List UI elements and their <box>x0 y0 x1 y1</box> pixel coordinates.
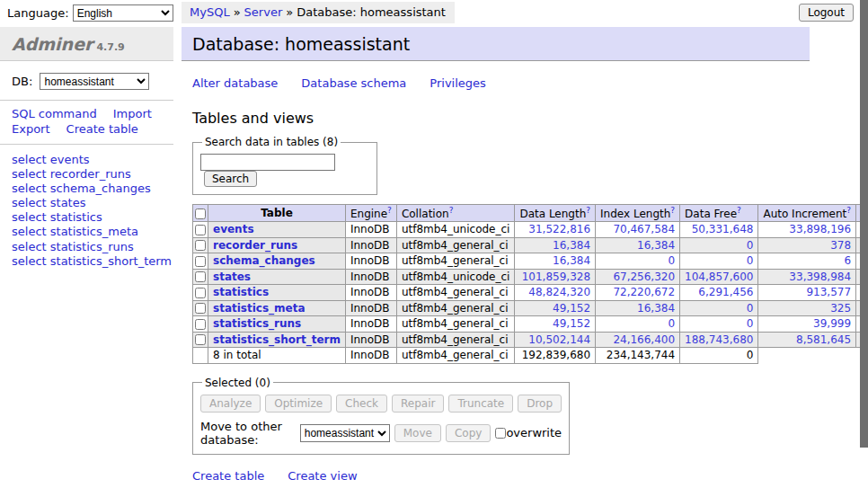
sidebar-select-link[interactable]: select <box>12 153 47 166</box>
help-icon[interactable]: ? <box>737 206 741 215</box>
auto-increment-cell[interactable]: 913,577 <box>758 285 856 301</box>
sidebar-table-link-recorder_runs[interactable]: recorder_runs <box>50 167 131 181</box>
data-free-cell[interactable]: 0 <box>680 316 758 333</box>
auto-increment-cell[interactable]: 8,581,645 <box>758 332 856 348</box>
help-icon[interactable]: ? <box>449 206 454 215</box>
database-nav-link-0[interactable]: Alter database <box>192 76 278 90</box>
auto-increment-cell[interactable]: 325 <box>758 300 856 316</box>
index-length-cell[interactable]: 67,256,320 <box>596 269 680 285</box>
row-checkbox-statistics_short_term[interactable] <box>195 334 206 345</box>
table-link-states[interactable]: states <box>213 271 251 283</box>
table-link-recorder_runs[interactable]: recorder_runs <box>213 239 297 252</box>
data-free-cell[interactable]: 104,857,600 <box>680 269 758 285</box>
tables-footer-link-0[interactable]: Create table <box>192 469 264 483</box>
language-select[interactable]: English <box>73 4 173 22</box>
row-checkbox-recorder_runs[interactable] <box>195 240 206 251</box>
sidebar-select-link[interactable]: select <box>12 225 47 238</box>
overwrite-checkbox[interactable] <box>495 428 506 439</box>
row-checkbox-statistics[interactable] <box>195 288 206 298</box>
analyze-button[interactable]: Analyze <box>200 395 261 413</box>
search-input[interactable] <box>200 154 335 171</box>
search-button[interactable]: Search <box>204 171 257 187</box>
tables-footer-link-1[interactable]: Create view <box>288 469 357 483</box>
auto-increment-cell[interactable]: 39,999 <box>758 316 856 333</box>
data-free-cell[interactable]: 0 <box>680 300 758 316</box>
index-length-cell[interactable]: 72,220,672 <box>596 285 680 301</box>
auto-increment-cell[interactable]: 6 <box>758 253 856 270</box>
data-length-cell[interactable]: 31,522,816 <box>515 222 596 238</box>
move-button[interactable]: Move <box>394 424 441 442</box>
auto-increment-cell[interactable]: 33,898,196 <box>758 222 856 238</box>
sidebar-action-link-2[interactable]: Export <box>12 122 50 137</box>
row-checkbox-schema_changes[interactable] <box>195 256 206 267</box>
data-free-cell[interactable]: 0 <box>680 237 758 253</box>
row-checkbox-statistics_meta[interactable] <box>195 303 206 314</box>
data-length-cell[interactable]: 10,502,144 <box>515 332 596 348</box>
table-link-statistics[interactable]: statistics <box>213 286 269 298</box>
sidebar-action-link-0[interactable]: SQL command <box>12 107 97 121</box>
select-all-checkbox[interactable] <box>195 209 206 219</box>
help-icon[interactable]: ? <box>586 206 590 215</box>
sidebar-table-link-statistics_meta[interactable]: statistics_meta <box>50 225 138 238</box>
table-link-statistics_short_term[interactable]: statistics_short_term <box>213 333 341 346</box>
logout-button[interactable]: Logout <box>799 4 854 22</box>
row-checkbox-states[interactable] <box>195 271 206 282</box>
vertical-scrollbar[interactable] <box>860 0 868 488</box>
sidebar-table-link-states[interactable]: states <box>50 196 86 209</box>
sidebar-select-link[interactable]: select <box>12 182 47 195</box>
optimize-button[interactable]: Optimize <box>265 395 332 413</box>
sidebar-select-link[interactable]: select <box>12 254 47 268</box>
data-free-cell[interactable]: 50,331,648 <box>680 222 758 238</box>
data-length-cell[interactable]: 101,859,328 <box>515 269 596 285</box>
sidebar-select-link[interactable]: select <box>12 196 47 209</box>
sidebar-action-link-1[interactable]: Import <box>113 107 152 121</box>
index-length-cell[interactable]: 16,384 <box>596 300 680 316</box>
copy-button[interactable]: Copy <box>446 424 491 442</box>
sidebar-table-link-events[interactable]: events <box>50 153 90 166</box>
data-length-cell[interactable]: 49,152 <box>515 316 596 333</box>
row-checkbox-statistics_runs[interactable] <box>195 319 206 330</box>
data-free-cell[interactable]: 0 <box>680 253 758 270</box>
auto-increment-cell[interactable]: 378 <box>758 237 856 253</box>
repair-button[interactable]: Repair <box>392 395 444 413</box>
table-link-statistics_runs[interactable]: statistics_runs <box>213 317 301 330</box>
sidebar-select-link[interactable]: select <box>12 240 47 253</box>
table-link-statistics_meta[interactable]: statistics_meta <box>213 302 306 315</box>
truncate-button[interactable]: Truncate <box>448 395 513 413</box>
move-db-select[interactable]: homeassistant <box>300 424 390 442</box>
help-icon[interactable]: ? <box>846 206 851 215</box>
database-nav-link-2[interactable]: Privileges <box>430 76 486 90</box>
breadcrumb-link-mysql[interactable]: MySQL <box>190 5 230 19</box>
data-length-cell[interactable]: 16,384 <box>515 253 596 270</box>
sidebar-table-link-statistics[interactable]: statistics <box>50 210 102 224</box>
sidebar-action-link-3[interactable]: Create table <box>66 122 138 137</box>
help-icon[interactable]: ? <box>387 206 392 215</box>
database-nav-link-1[interactable]: Database schema <box>301 76 406 90</box>
sidebar-table-link-statistics_short_term[interactable]: statistics_short_term <box>50 254 172 268</box>
data-length-cell[interactable]: 48,824,320 <box>515 285 596 301</box>
sidebar-select-link[interactable]: select <box>12 210 47 224</box>
db-select[interactable]: homeassistant <box>40 73 149 90</box>
row-checkbox-events[interactable] <box>195 225 206 235</box>
table-link-schema_changes[interactable]: schema_changes <box>213 254 315 267</box>
auto-increment-cell[interactable]: 33,398,984 <box>758 269 856 285</box>
data-length-cell[interactable]: 49,152 <box>515 300 596 316</box>
index-length-cell[interactable]: 24,166,400 <box>596 332 680 348</box>
data-free-cell[interactable]: 6,291,456 <box>680 285 758 301</box>
sidebar-select-link[interactable]: select <box>12 167 47 181</box>
table-link-events[interactable]: events <box>213 223 254 235</box>
sidebar-table-link-schema_changes[interactable]: schema_changes <box>50 182 151 195</box>
drop-button[interactable]: Drop <box>518 395 562 413</box>
index-length-cell[interactable]: 0 <box>596 253 680 270</box>
breadcrumb-link-server[interactable]: Server <box>244 5 283 19</box>
sidebar-action-links: SQL commandImportExportCreate table <box>0 101 162 144</box>
data-length-cell[interactable]: 16,384 <box>515 237 596 253</box>
sidebar-table-link-statistics_runs[interactable]: statistics_runs <box>50 240 134 253</box>
scrollbar-thumb[interactable] <box>860 0 868 448</box>
index-length-cell[interactable]: 70,467,584 <box>596 222 680 238</box>
data-free-cell[interactable]: 188,743,680 <box>680 332 758 348</box>
check-button[interactable]: Check <box>336 395 387 413</box>
help-icon[interactable]: ? <box>670 206 675 215</box>
index-length-cell[interactable]: 0 <box>596 316 680 333</box>
index-length-cell[interactable]: 16,384 <box>596 237 680 253</box>
